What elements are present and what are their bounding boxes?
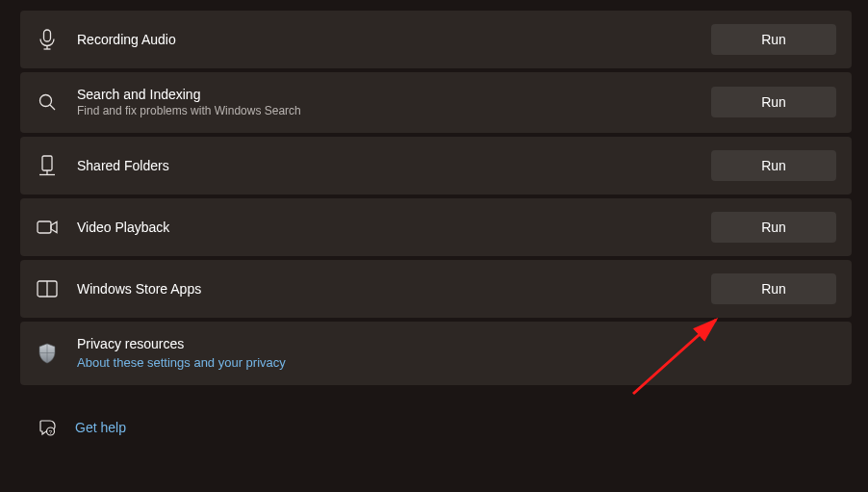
troubleshooter-subtitle: Find and fix problems with Windows Searc… — [77, 104, 711, 119]
store-icon — [36, 277, 59, 300]
troubleshooter-title: Windows Store Apps — [77, 280, 711, 298]
troubleshooter-title: Recording Audio — [77, 31, 711, 48]
shared-folder-icon — [36, 154, 59, 177]
svg-line-4 — [50, 105, 55, 110]
troubleshooter-list: Recording Audio Run Search and Indexing … — [0, 0, 868, 439]
svg-rect-5 — [42, 156, 52, 170]
footer: ? Get help — [20, 389, 852, 439]
help-icon: ? — [36, 416, 59, 439]
troubleshooter-row-search-indexing: Search and Indexing Find and fix problem… — [20, 72, 852, 133]
microphone-icon — [36, 28, 59, 51]
search-icon — [36, 91, 59, 114]
privacy-link[interactable]: About these settings and your privacy — [77, 355, 836, 372]
troubleshooter-row-shared-folders: Shared Folders Run — [20, 137, 852, 194]
svg-rect-8 — [38, 221, 51, 233]
troubleshooter-row-video-playback: Video Playback Run — [20, 198, 852, 256]
run-button-search-indexing[interactable]: Run — [711, 87, 836, 117]
troubleshooter-title: Search and Indexing — [77, 86, 711, 103]
run-button-windows-store-apps[interactable]: Run — [711, 273, 836, 304]
troubleshooter-row-windows-store-apps: Windows Store Apps Run — [20, 260, 852, 318]
run-button-shared-folders[interactable]: Run — [711, 150, 836, 181]
get-help-link[interactable]: Get help — [75, 420, 126, 435]
run-button-video-playback[interactable]: Run — [711, 212, 836, 243]
privacy-title: Privacy resources — [77, 335, 836, 352]
svg-point-3 — [40, 95, 52, 107]
video-icon — [36, 216, 59, 239]
troubleshooter-title: Shared Folders — [77, 157, 711, 174]
privacy-resources-row: Privacy resources About these settings a… — [20, 322, 852, 385]
svg-rect-0 — [44, 30, 51, 41]
run-button-recording-audio[interactable]: Run — [711, 24, 836, 55]
troubleshooter-row-recording-audio: Recording Audio Run — [20, 11, 852, 68]
shield-icon — [36, 342, 59, 365]
troubleshooter-title: Video Playback — [77, 219, 711, 236]
